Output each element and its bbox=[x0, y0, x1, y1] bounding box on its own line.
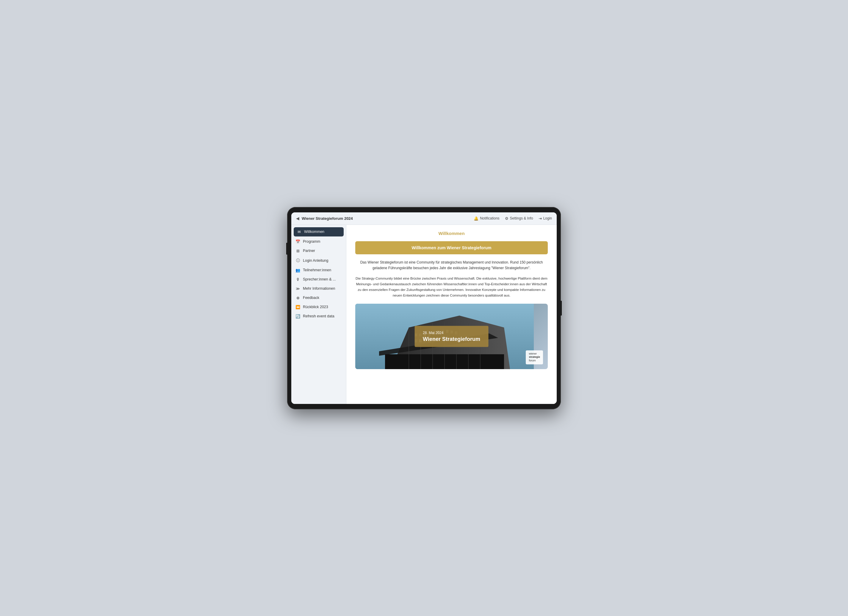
partner-icon: ⊞ bbox=[295, 249, 300, 253]
settings-label: Settings & Info bbox=[510, 216, 533, 221]
welcome-banner: Willkommen zum Wiener Strategieforum bbox=[355, 241, 548, 254]
login-button[interactable]: ⇥ Login bbox=[538, 216, 552, 221]
sidebar-item-partner[interactable]: ⊞Partner bbox=[291, 246, 346, 256]
bell-icon: 🔔 bbox=[474, 216, 479, 221]
sidebar-item-mehr-info[interactable]: ≫Mehr Informationen bbox=[291, 284, 346, 293]
programm-label: Programm bbox=[303, 240, 320, 244]
sidebar-item-programm[interactable]: 📅Programm bbox=[291, 237, 346, 246]
event-image: 28. Mai 2024 Wiener Strategieforum wiene… bbox=[355, 304, 548, 369]
refresh-label: Refresh event data bbox=[303, 314, 334, 318]
top-bar: ◀ Wiener Strategieforum 2024 🔔 Notificat… bbox=[291, 212, 557, 225]
willkommen-label: Willkommen bbox=[304, 230, 324, 234]
willkommen-icon: ✉ bbox=[297, 230, 301, 234]
event-overlay: 28. Mai 2024 Wiener Strategieforum bbox=[415, 326, 489, 347]
logo-line3: forum bbox=[529, 359, 535, 362]
back-icon[interactable]: ◀ bbox=[296, 216, 299, 221]
tablet-frame: ◀ Wiener Strategieforum 2024 🔔 Notificat… bbox=[287, 207, 561, 409]
tablet-screen: ◀ Wiener Strategieforum 2024 🔔 Notificat… bbox=[291, 212, 557, 404]
intro-paragraph: Das Wiener Strategieforum ist eine Commu… bbox=[355, 260, 548, 271]
login-icon: ⇥ bbox=[538, 216, 542, 221]
logo-line1: wiener bbox=[529, 352, 537, 355]
sidebar-item-rueckblick[interactable]: ⏪Rückblick 2023 bbox=[291, 302, 346, 312]
sidebar-item-refresh[interactable]: 🔄Refresh event data bbox=[291, 312, 346, 321]
login-anleitung-icon: ⓘ bbox=[295, 258, 300, 263]
top-bar-right: 🔔 Notifications ⚙ Settings & Info ⇥ Logi… bbox=[474, 216, 552, 221]
gear-icon: ⚙ bbox=[505, 216, 509, 221]
sprecher-icon: 🎙 bbox=[295, 277, 300, 282]
sidebar-item-willkommen[interactable]: ✉Willkommen bbox=[294, 227, 344, 237]
event-logo: wiener strategie forum bbox=[526, 350, 543, 364]
login-anleitung-label: Login Anleitung bbox=[303, 259, 329, 263]
feedback-label: Feedback bbox=[303, 296, 319, 300]
sprecher-label: Sprecher:innen & ... bbox=[303, 277, 336, 281]
sidebar-item-login-anleitung[interactable]: ⓘLogin Anleitung bbox=[291, 256, 346, 266]
event-name: Wiener Strategieforum bbox=[423, 336, 480, 342]
teilnehmer-label: Teilnehmer:innen bbox=[303, 268, 331, 272]
main-layout: ✉Willkommen📅Programm⊞PartnerⓘLogin Anlei… bbox=[291, 225, 557, 404]
sidebar-item-sprecher[interactable]: 🎙Sprecher:innen & ... bbox=[291, 275, 346, 284]
banner-text: Willkommen zum Wiener Strategieforum bbox=[412, 245, 491, 250]
programm-icon: 📅 bbox=[295, 240, 300, 244]
event-date: 28. Mai 2024 bbox=[423, 330, 480, 335]
page-title: Willkommen bbox=[355, 231, 548, 236]
rueckblick-label: Rückblick 2023 bbox=[303, 305, 328, 309]
rueckblick-icon: ⏪ bbox=[295, 305, 300, 309]
description-paragraph: Die Strategy-Community bildet eine Brück… bbox=[355, 276, 548, 298]
mehr-info-label: Mehr Informationen bbox=[303, 286, 335, 290]
refresh-icon: 🔄 bbox=[295, 314, 300, 318]
notifications-button[interactable]: 🔔 Notifications bbox=[474, 216, 499, 221]
sidebar-item-feedback[interactable]: ⊕Feedback bbox=[291, 293, 346, 302]
sidebar-item-teilnehmer[interactable]: 👥Teilnehmer:innen bbox=[291, 266, 346, 275]
login-label: Login bbox=[543, 216, 552, 221]
top-bar-left: ◀ Wiener Strategieforum 2024 bbox=[296, 216, 353, 221]
feedback-icon: ⊕ bbox=[295, 296, 300, 300]
app-title: Wiener Strategieforum 2024 bbox=[302, 216, 353, 221]
logo-line2: strategie bbox=[529, 355, 540, 358]
mehr-info-icon: ≫ bbox=[295, 286, 300, 291]
partner-label: Partner bbox=[303, 249, 315, 253]
content-area: Willkommen Willkommen zum Wiener Strateg… bbox=[346, 225, 557, 404]
notifications-label: Notifications bbox=[480, 216, 499, 221]
sidebar: ✉Willkommen📅Programm⊞PartnerⓘLogin Anlei… bbox=[291, 225, 346, 404]
teilnehmer-icon: 👥 bbox=[295, 268, 300, 272]
settings-button[interactable]: ⚙ Settings & Info bbox=[505, 216, 533, 221]
